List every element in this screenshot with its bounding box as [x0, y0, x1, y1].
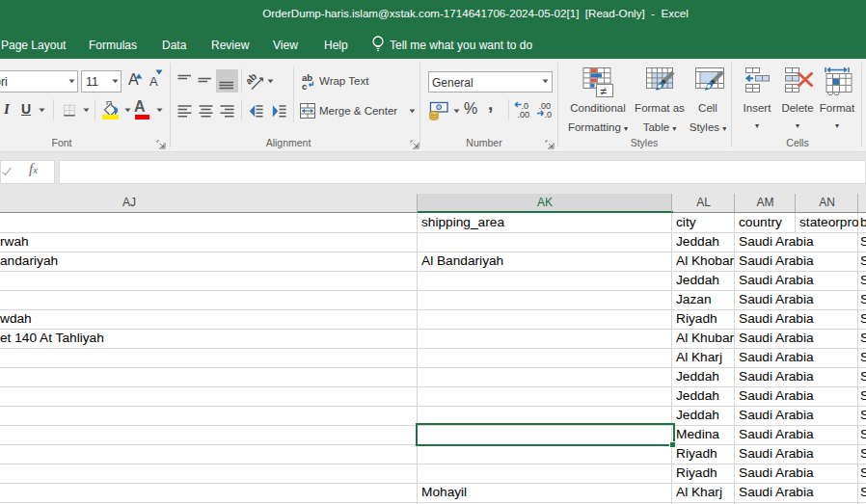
- svg-text:.00: .00: [518, 110, 530, 119]
- svg-text:c: c: [302, 81, 307, 91]
- svg-text:≠: ≠: [601, 85, 608, 98]
- svg-text:.0: .0: [545, 110, 553, 119]
